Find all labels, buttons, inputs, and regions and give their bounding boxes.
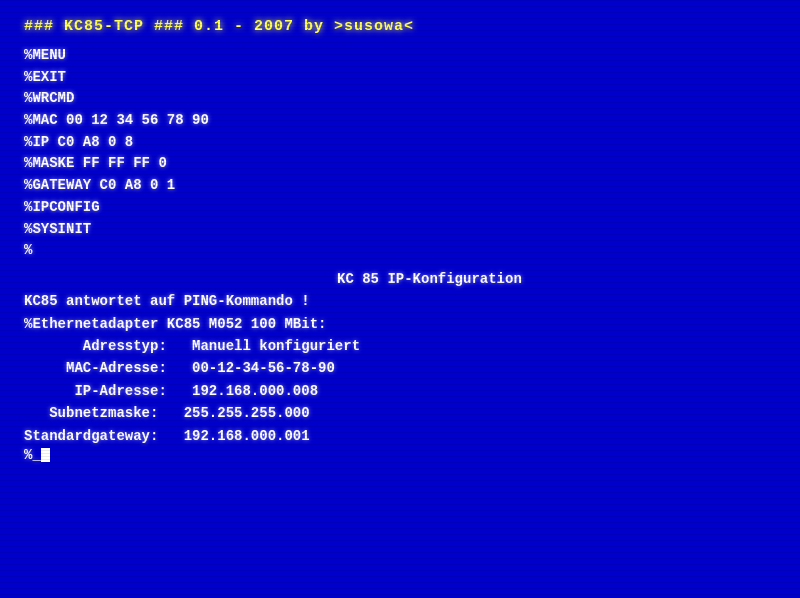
cmd-percent: % — [24, 240, 776, 262]
info-block: KC 85 IP-Konfiguration KC85 antwortet au… — [24, 268, 776, 447]
prompt-line: %_ — [24, 447, 776, 463]
gateway-line: Standardgateway: 192.168.000.001 — [24, 425, 776, 447]
cmd-exit: %EXIT — [24, 67, 776, 89]
command-list: %MENU %EXIT %WRCMD %MAC 00 12 34 56 78 9… — [24, 45, 776, 262]
cmd-ipconfig: %IPCONFIG — [24, 197, 776, 219]
cmd-ip: %IP C0 A8 0 8 — [24, 132, 776, 154]
terminal-screen: ### KC85-TCP ### 0.1 - 2007 by >susowa< … — [0, 0, 800, 598]
cmd-mac: %MAC 00 12 34 56 78 90 — [24, 110, 776, 132]
addr-type-line: Adresstyp: Manuell konfiguriert — [24, 335, 776, 357]
header-title: ### KC85-TCP ### 0.1 - 2007 by >susowa< — [24, 18, 776, 35]
cmd-gateway: %GATEWAY C0 A8 0 1 — [24, 175, 776, 197]
cursor — [41, 448, 50, 462]
cmd-menu: %MENU — [24, 45, 776, 67]
ping-message: KC85 antwortet auf PING-Kommando ! — [24, 290, 776, 312]
subnet-line: Subnetzmaske: 255.255.255.000 — [24, 402, 776, 424]
info-title: KC 85 IP-Konfiguration — [24, 268, 776, 290]
adapter-message: %Ethernetadapter KC85 M052 100 MBit: — [24, 313, 776, 335]
mac-line: MAC-Adresse: 00-12-34-56-78-90 — [24, 357, 776, 379]
cmd-wrcmd: %WRCMD — [24, 88, 776, 110]
cmd-maske: %MASKE FF FF FF 0 — [24, 153, 776, 175]
ip-line: IP-Adresse: 192.168.000.008 — [24, 380, 776, 402]
cmd-sysinit: %SYSINIT — [24, 219, 776, 241]
